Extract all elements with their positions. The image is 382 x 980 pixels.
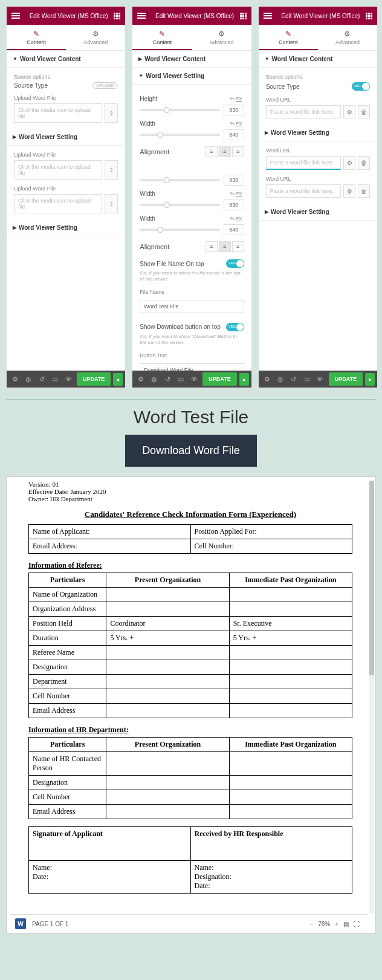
source-type-toggle[interactable]: URL <box>352 82 370 91</box>
url-settings-button[interactable]: ⚙ <box>343 156 355 170</box>
slider-repeat[interactable] <box>140 179 219 181</box>
update-caret[interactable]: ▲ <box>113 373 123 386</box>
height-units[interactable]: % PX <box>230 96 244 102</box>
globe-icon[interactable]: ◍ <box>22 375 34 383</box>
settings-icon[interactable]: ⚙ <box>135 375 147 383</box>
history-icon[interactable]: ↺ <box>161 375 173 383</box>
align-center-button[interactable]: ≡ <box>219 146 231 157</box>
show-filename-toggle[interactable]: YES <box>226 259 244 268</box>
download-word-button[interactable]: Download Word File <box>125 435 257 467</box>
section-wv-setting[interactable]: ▼Word Viewer Setting <box>132 68 251 85</box>
responsive-icon[interactable]: ▭ <box>175 375 187 383</box>
document-status-bar: W PAGE 1 OF 1 − 76% + ▤ ⛶ <box>10 914 367 933</box>
signature-table: Signature of ApplicantReceived by HR Res… <box>28 826 352 894</box>
height-label: Height <box>140 96 157 102</box>
align-center-button[interactable]: ≡ <box>219 241 231 252</box>
tab-content[interactable]: ✎Content <box>259 25 318 50</box>
preview-icon[interactable]: 👁 <box>188 375 200 383</box>
responsive-icon[interactable]: ▭ <box>49 375 61 383</box>
width-slider[interactable] <box>140 134 219 136</box>
applicant-info-table: Name of Applicant:Position Applied For: … <box>28 524 352 554</box>
menu-icon[interactable] <box>11 11 20 20</box>
height-slider[interactable] <box>140 109 219 111</box>
upload-media-button[interactable]: ⇪ <box>105 160 118 180</box>
section-hr: Information of HR Department: <box>28 725 352 735</box>
panel-footer: ⚙ ◍ ↺ ▭ 👁 UPDATE ▲ <box>132 371 251 388</box>
tab-content[interactable]: ✎Content <box>7 25 66 50</box>
filename-input[interactable] <box>140 300 244 313</box>
url-delete-button[interactable]: 🗑 <box>358 184 370 198</box>
section-wv-setting[interactable]: ▶Word Viewer Setting <box>7 129 125 146</box>
table-row: Designation <box>29 660 352 675</box>
tabs: ✎Content ⚙Advanced <box>132 25 251 51</box>
upload-media-button[interactable]: ⇪ <box>105 194 118 213</box>
globe-icon[interactable]: ◍ <box>274 375 286 383</box>
height-value[interactable]: 830 <box>224 105 244 115</box>
word-url-input[interactable]: Paste a word file link here. <box>266 156 341 170</box>
width-value[interactable]: 640 <box>224 129 244 140</box>
zoom-in-button[interactable]: + <box>335 921 338 927</box>
responsive-icon[interactable]: ▭ <box>301 375 313 383</box>
url-delete-button[interactable]: 🗑 <box>358 156 370 170</box>
fit-width-icon[interactable]: ▤ <box>343 921 349 927</box>
source-options-label: Source options <box>14 74 118 80</box>
section-wv-setting-2[interactable]: ▶Word Viewer Setting <box>7 219 125 236</box>
show-download-toggle[interactable]: YES <box>226 323 244 331</box>
url-settings-button[interactable]: ⚙ <box>343 184 355 198</box>
tab-advanced[interactable]: ⚙Advanced <box>192 25 251 50</box>
update-caret[interactable]: ▲ <box>365 373 375 386</box>
fullscreen-icon[interactable]: ⛶ <box>354 921 360 927</box>
section-wv-content[interactable]: ▼Word Viewer Content <box>7 51 125 68</box>
word-url-input[interactable]: Paste a word file link here. <box>266 184 341 198</box>
update-button[interactable]: UPDATE <box>329 372 363 386</box>
word-url-label: Word URL <box>266 176 370 182</box>
section-wv-content[interactable]: ▼Word Viewer Content <box>259 51 377 68</box>
settings-icon[interactable]: ⚙ <box>9 375 21 383</box>
upload-input[interactable]: Click the media icon to upload file <box>14 160 102 180</box>
preview-icon[interactable]: 👁 <box>62 375 74 383</box>
source-type-pill[interactable]: UPLOAD <box>92 82 118 89</box>
section-wv-setting-2[interactable]: ▶Word Viewer Setting <box>259 204 377 221</box>
upload-input[interactable]: Click the media icon to upload file <box>14 103 102 123</box>
button-text-input[interactable] <box>140 363 244 371</box>
width-units[interactable]: % PX <box>230 121 244 126</box>
widgets-icon[interactable] <box>114 13 120 19</box>
gear-icon: ⚙ <box>66 30 125 38</box>
align-left-button[interactable]: ≡ <box>206 241 218 252</box>
widgets-icon[interactable] <box>240 13 247 19</box>
align-left-button[interactable]: ≡ <box>206 146 218 157</box>
align-right-button[interactable]: ≡ <box>232 241 244 252</box>
tab-advanced[interactable]: ⚙Advanced <box>66 25 125 50</box>
align-right-button[interactable]: ≡ <box>232 146 244 157</box>
scrollbar[interactable] <box>369 481 374 913</box>
globe-icon[interactable]: ◍ <box>148 375 160 383</box>
caret-right-icon: ▶ <box>138 56 142 62</box>
slider-repeat[interactable] <box>140 229 219 231</box>
upload-input[interactable]: Click the media icon to upload file <box>14 194 102 213</box>
caret-right-icon: ▶ <box>265 209 268 215</box>
table-row: Position HeldCoordinatorSr. Executive <box>29 617 352 631</box>
tab-content[interactable]: ✎Content <box>132 25 192 50</box>
word-url-input[interactable]: Paste a word file link here. <box>266 105 341 118</box>
settings-icon[interactable]: ⚙ <box>261 375 273 383</box>
upload-media-button[interactable]: ⇪ <box>105 103 118 123</box>
url-settings-button[interactable]: ⚙ <box>343 105 355 118</box>
url-delete-button[interactable]: 🗑 <box>358 105 370 118</box>
table-row: Name of Organization <box>29 588 352 602</box>
menu-icon[interactable] <box>264 11 272 20</box>
history-icon[interactable]: ↺ <box>36 375 48 383</box>
update-caret[interactable]: ▲ <box>239 373 249 386</box>
slider-repeat[interactable] <box>140 204 219 206</box>
zoom-out-button[interactable]: − <box>309 921 313 927</box>
section-wv-content[interactable]: ▶Word Viewer Content <box>132 51 251 68</box>
update-button[interactable]: UPDATE <box>77 372 111 386</box>
panel-header: Edit Word Viewer (MS Office) <box>259 7 377 25</box>
history-icon[interactable]: ↺ <box>288 375 300 383</box>
section-wv-setting[interactable]: ▶Word Viewer Setting <box>259 125 377 141</box>
update-button[interactable]: UPDATE <box>202 372 236 386</box>
tab-advanced[interactable]: ⚙Advanced <box>318 25 377 50</box>
menu-icon[interactable] <box>137 11 146 20</box>
width-label: Width <box>140 120 155 127</box>
preview-icon[interactable]: 👁 <box>314 375 326 383</box>
widgets-icon[interactable] <box>366 13 372 19</box>
